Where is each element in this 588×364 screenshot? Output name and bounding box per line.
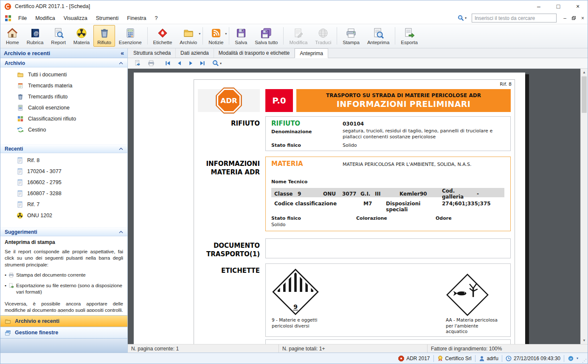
statusbar-adr-version: ADR 2017 xyxy=(395,353,433,364)
tab-struttura-scheda[interactable]: Struttura scheda xyxy=(129,48,176,58)
toolbar-button-etichette[interactable]: Etichette xyxy=(149,25,176,47)
scrollbar-thumb[interactable] xyxy=(582,76,587,113)
last-page-button[interactable] xyxy=(198,59,207,67)
toolbar-button-salva-tutto[interactable]: Salva tutto xyxy=(251,25,281,47)
sidebar-item-cestino[interactable]: Cestino xyxy=(0,124,127,135)
group-title: Archivio xyxy=(5,60,25,66)
scroll-down-button[interactable]: ▼ xyxy=(581,337,588,344)
toolbar-button-esporta[interactable]: Esporta xyxy=(397,25,422,47)
connection-status-button[interactable]: IT ▾ xyxy=(564,353,582,364)
sidebar-item-tutti-i-documenti[interactable]: Tutti i documenti xyxy=(0,69,127,80)
maximize-button[interactable]: □ xyxy=(549,0,568,12)
toolbar-label: Modifica xyxy=(289,40,307,45)
sidebar-splitter-handle[interactable] xyxy=(0,312,127,315)
group-header-suggerimenti[interactable]: Suggerimenti xyxy=(0,227,127,236)
printer-icon xyxy=(148,60,155,67)
collapse-sidebar-button[interactable]: « xyxy=(121,50,124,56)
suggestions-intro: Se il report corrisponde alle proprie as… xyxy=(5,249,123,268)
section-label: INFORMAZIONI MATERIA ADR xyxy=(194,157,260,231)
previous-page-button[interactable] xyxy=(175,59,184,67)
document-code-badge: P.0 xyxy=(265,89,293,112)
last-page-icon xyxy=(199,60,205,66)
user-icon xyxy=(479,356,485,361)
toolbar-label: Esporta xyxy=(401,40,418,45)
recent-item-170204-3077[interactable]: 170204 - 3077 xyxy=(0,166,127,177)
sidebar-nav-archivio-e-recenti[interactable]: Archivio e recenti xyxy=(0,315,127,327)
resize-grip[interactable] xyxy=(582,353,588,364)
toolbar-label: Traduci xyxy=(315,40,331,45)
sidebar-nav-label: Gestione finestre xyxy=(15,330,58,336)
zoom-button[interactable]: ▾ xyxy=(211,59,223,67)
toolbar-button-report[interactable]: Report xyxy=(47,25,70,47)
menu-modifica[interactable]: Modifica xyxy=(31,14,59,23)
toolbar-button-stampa[interactable]: Stampa xyxy=(339,25,363,47)
sidebar-item-tremcards-rifiuto[interactable]: Tremcards rifiuto xyxy=(0,91,127,102)
tab-dati-azienda[interactable]: Dati azienda xyxy=(176,48,214,58)
toolbar-button-home[interactable]: Home xyxy=(2,25,23,47)
menu-finestra[interactable]: Finestra xyxy=(123,14,150,23)
recent-item-160807-3288[interactable]: 160807 - 3288 xyxy=(0,188,127,199)
toolbar-button-rubrica[interactable]: @ Rubrica xyxy=(23,25,48,47)
preview-vertical-scrollbar[interactable]: ▲ ▼ xyxy=(580,69,588,344)
recent-item-rif-8[interactable]: Rif. 8 xyxy=(0,155,127,166)
search-caret-icon: ▾ xyxy=(465,16,467,20)
onu-value: 3077 xyxy=(342,191,360,197)
preview-area[interactable]: Rif. 8 ADR P.0 TRASPORTO SU STRADA DI MA… xyxy=(128,69,580,344)
recent-item-rif-7[interactable]: Rif. 7 xyxy=(0,199,127,210)
stato-fisico-label: Stato fisico xyxy=(271,143,343,148)
recent-item-160602-2795[interactable]: 160602 - 2795 xyxy=(0,177,127,188)
minimize-button[interactable]: – xyxy=(529,0,549,12)
section-etichette: ETICHETTE xyxy=(194,263,511,337)
tab-anteprima[interactable]: Anteprima xyxy=(295,48,328,58)
toolbar-button-salva[interactable]: Salva xyxy=(231,25,251,47)
sidebar-item-tremcards-materia[interactable]: Tremcards materia xyxy=(0,80,127,91)
toolbar-label: Salva tutto xyxy=(255,40,278,45)
classe-label: Classe xyxy=(274,191,298,197)
materia-classification-row: Codice classificazione M7 Disposizioni s… xyxy=(271,201,504,213)
status-caret-icon: ▾ xyxy=(577,356,578,360)
report-icon xyxy=(53,27,64,39)
mdi-minimize-button[interactable]: – xyxy=(561,14,569,22)
tremcard-materia-icon xyxy=(17,82,24,89)
sidebar-item-classificazioni-rifiuto[interactable]: Classificazioni rifiuto xyxy=(0,113,127,124)
search-menu-button[interactable]: ▾ xyxy=(456,14,468,22)
toolbar-button-archivio[interactable]: Archivio ▾ xyxy=(176,25,201,47)
print-preview-button[interactable] xyxy=(146,59,156,67)
gi-label: G.I. xyxy=(360,191,375,197)
toolbar-separator xyxy=(395,27,395,45)
toolbar-label: Etichette xyxy=(153,40,172,45)
toolbar-separator xyxy=(283,27,284,45)
statusbar-company: Certifico Srl xyxy=(434,353,475,364)
mdi-restore-button[interactable] xyxy=(570,14,578,22)
toolbar-button-esenzione[interactable]: Esenzione xyxy=(115,25,146,47)
recent-item-onu-1202[interactable]: ONU 1202 xyxy=(0,210,127,221)
sidebar-item-calcoli-esenzione[interactable]: Calcoli esenzione xyxy=(0,102,127,113)
save-all-icon xyxy=(260,27,272,39)
mdi-close-button[interactable]: × xyxy=(579,14,587,22)
first-page-button[interactable] xyxy=(163,59,172,67)
toolbar-button-rifiuto[interactable]: Rifiuto xyxy=(93,25,115,47)
menu-help[interactable]: ? xyxy=(150,14,162,23)
tremcard-rifiuto-icon xyxy=(17,93,24,100)
toolbar-button-anteprima[interactable]: Anteprima xyxy=(363,25,393,47)
toolbar-button-notizie[interactable]: Notizie ▾ xyxy=(205,25,227,47)
gi-value: III xyxy=(375,191,400,197)
document-icon xyxy=(17,168,23,175)
search-input[interactable] xyxy=(472,14,557,22)
next-page-button[interactable] xyxy=(186,59,195,67)
recent-item-label: ONU 1202 xyxy=(27,213,52,218)
group-header-archivio[interactable]: Archivio xyxy=(0,59,127,67)
close-button[interactable]: × xyxy=(568,0,588,12)
group-header-recenti[interactable]: Recenti xyxy=(0,144,127,153)
menu-strumenti[interactable]: Strumenti xyxy=(92,14,123,23)
menu-visualizza[interactable]: Visualizza xyxy=(59,14,92,23)
menu-file[interactable]: File xyxy=(14,14,31,23)
toolbar-button-materia[interactable]: Materia xyxy=(70,25,93,47)
sidebar-nav-gestione-finestre[interactable]: Gestione finestre xyxy=(0,327,127,338)
network-status-icon: IT xyxy=(568,356,574,361)
tab-modalita-trasporto[interactable]: Modalità di trasporto e etichette xyxy=(214,48,295,58)
scroll-up-button[interactable]: ▲ xyxy=(581,69,588,76)
sidebar-footer xyxy=(0,338,127,353)
page-setup-button[interactable] xyxy=(133,59,142,67)
sidebar: Archivio e recenti « Archivio Tutti i do… xyxy=(0,48,128,353)
